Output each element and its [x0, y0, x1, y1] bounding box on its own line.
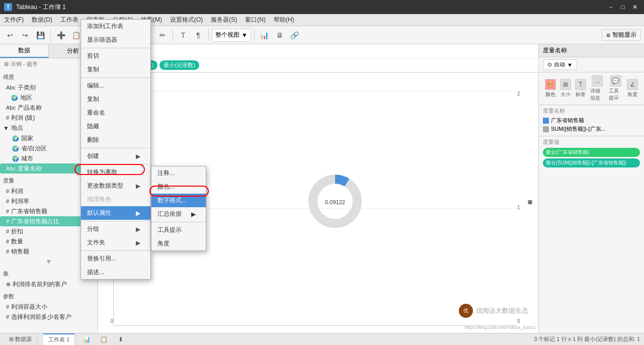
- marks-header: 度量名称: [539, 44, 644, 57]
- columns-shelf: ⊞ 列: [98, 44, 538, 58]
- cm-geo-role[interactable]: 地理角色: [81, 193, 150, 206]
- default-props-submenu: 注释... 颜色... 数字格式... 汇总依据 ▶ 工具提示 角度: [151, 166, 206, 251]
- cm-show-filter[interactable]: 显示筛选器: [81, 33, 150, 47]
- color-icon: 🎨: [545, 79, 556, 90]
- hash7-icon: #: [6, 238, 9, 244]
- cm-delete[interactable]: 删除: [81, 133, 150, 147]
- toolbar-chart[interactable]: 📊: [258, 28, 272, 42]
- folder-arrow: ▶: [136, 239, 140, 246]
- toolbar-format[interactable]: ¶: [191, 28, 205, 42]
- worksheet-tab[interactable]: 工作表 1: [43, 333, 75, 345]
- hash10-icon: #: [6, 314, 9, 320]
- marks-type-btn[interactable]: ⊙ 自动 ▼: [543, 59, 577, 70]
- new-sheet-btn[interactable]: 📊: [81, 334, 92, 345]
- expand-icon: ▼: [3, 125, 9, 132]
- set-profit-customers[interactable]: ⊗利润排名前列的客户: [0, 279, 98, 289]
- data-source-name: 示例 - 超市: [11, 60, 38, 68]
- cm-create[interactable]: 创建 ▶: [81, 149, 150, 163]
- sm-comment[interactable]: 注释...: [151, 166, 206, 180]
- marks-label-btn[interactable]: T 标签: [573, 78, 588, 99]
- hash4-icon: #: [6, 208, 9, 214]
- marks-type-arrow: ▼: [567, 62, 573, 68]
- marks-angle-btn[interactable]: ∠ 角度: [625, 78, 640, 99]
- marks-detail-pill-1[interactable]: 聚合(广东省销售额): [543, 148, 640, 157]
- datasource-tab[interactable]: ⊞ 数据源: [4, 333, 37, 345]
- cm-to-discrete[interactable]: 转换为离散: [81, 165, 150, 179]
- cm-change-type[interactable]: 更改数据类型 ▶: [81, 179, 150, 193]
- cm-rename[interactable]: 重命名: [81, 106, 150, 120]
- cm-folder[interactable]: 文件夹 ▶: [81, 236, 150, 249]
- marks-detail-btn[interactable]: ... 详细信息: [588, 74, 607, 103]
- toolbar-sep4: [173, 29, 173, 41]
- sm-aggregate[interactable]: 汇总依据 ▶: [151, 207, 206, 221]
- toolbar-undo[interactable]: ↩: [3, 28, 17, 42]
- sm-color[interactable]: 颜色...: [151, 180, 206, 194]
- status-stats: 3 个标记 1 行 x 1 列 最小(记录数) 的总和: 1: [534, 335, 640, 343]
- toolbar-monitor[interactable]: 🖥: [273, 28, 287, 42]
- menu-help[interactable]: 帮助(H): [270, 14, 298, 26]
- menu-worksheet[interactable]: 工作表: [56, 14, 83, 26]
- new-story-btn[interactable]: ⬇: [115, 334, 126, 345]
- menu-server[interactable]: 服务器(S): [207, 14, 241, 26]
- param-top-customers[interactable]: #选择利润前多少名客户: [0, 312, 98, 322]
- marks-detail-section: 度量值 聚合(广东省销售额) 聚合(SUM([销售额])-[广东省销售额]): [539, 136, 644, 171]
- hash5-icon: #: [6, 218, 9, 224]
- marks-size-btn[interactable]: ⊞ 大小: [558, 78, 573, 99]
- sm-tooltip[interactable]: 工具提示: [151, 223, 206, 237]
- toolbar-label[interactable]: T: [176, 28, 190, 42]
- cm-add-to-sheet[interactable]: 添加到工作表: [81, 20, 150, 33]
- sm-angle[interactable]: 角度: [151, 237, 206, 250]
- cm-copy[interactable]: 复制: [81, 63, 150, 76]
- cm-default-props[interactable]: 默认属性 ▶: [81, 206, 150, 220]
- toolbar-save[interactable]: 💾: [33, 28, 47, 42]
- legend-color-1: [543, 118, 549, 124]
- toolbar-new-data[interactable]: ➕: [54, 28, 68, 42]
- menu-file[interactable]: 文件(F): [0, 14, 28, 26]
- y-axis-right-label: 最小记录数: [526, 91, 533, 326]
- aggregate-arrow: ▶: [191, 211, 196, 218]
- cm-hide[interactable]: 隐藏: [81, 120, 150, 133]
- param-profit-size[interactable]: #利润容器大小: [0, 302, 98, 312]
- grid-line-top: [114, 91, 516, 92]
- cm-group[interactable]: 分组 ▶: [81, 222, 150, 236]
- label-icon: T: [575, 79, 586, 90]
- legend-text-2: SUM([销售额])-[广东...: [551, 125, 606, 133]
- smart-display-button[interactable]: ≡ 智能显示: [602, 29, 641, 41]
- smart-display-label: 智能显示: [612, 31, 636, 39]
- window-controls[interactable]: － □ ✕: [606, 2, 640, 12]
- legend-item-2: SUM([销售额])-[广东...: [543, 125, 640, 133]
- marks-detail-pill-2[interactable]: 聚合(SUM([销售额])-[广东省销售额]): [543, 158, 640, 167]
- menu-data[interactable]: 数据(D): [28, 14, 56, 26]
- cm-edit[interactable]: 编辑...: [81, 79, 150, 93]
- toolbar-share[interactable]: 🔗: [288, 28, 302, 42]
- params-header: 参数: [0, 291, 98, 302]
- marks-color-btn[interactable]: 🎨 颜色: [543, 78, 558, 99]
- toolbar-highlight[interactable]: ✏: [155, 28, 170, 42]
- sm-number-format[interactable]: 数字格式...: [151, 194, 206, 207]
- cm-duplicate[interactable]: 复制: [81, 93, 150, 106]
- marks-detail-title: 度量值: [543, 138, 640, 146]
- globe2-icon: 🌍: [12, 145, 19, 152]
- cm-describe[interactable]: 描述...: [81, 266, 150, 279]
- defaultprops-arrow: ▶: [136, 210, 140, 217]
- minimize-button[interactable]: －: [606, 2, 616, 12]
- rows-pill-2[interactable]: 最小(记录数): [159, 60, 199, 70]
- new-dashboard-btn[interactable]: 📋: [98, 334, 109, 345]
- menu-window[interactable]: 窗口(N): [241, 14, 270, 26]
- watermark: 优 优阅达大数据生态: [459, 304, 528, 318]
- sidebar-tab-data[interactable]: 数据: [0, 44, 49, 58]
- marks-tooltip-btn[interactable]: 💬 工具提示: [607, 74, 625, 103]
- status-bar: ⊞ 数据源 工作表 1 📊 📋 ⬇ 3 个标记 1 行 x 1 列 最小(记录数…: [0, 333, 644, 345]
- toolbar-redo[interactable]: ↪: [18, 28, 32, 42]
- menu-format[interactable]: 设置格式(O): [166, 14, 207, 26]
- rows-shelf: ☰ 行 最小(记录数) 最小(记录数): [98, 58, 538, 72]
- cm-replace-ref[interactable]: 替换引用...: [81, 252, 150, 266]
- close-button[interactable]: ✕: [630, 2, 640, 12]
- maximize-button[interactable]: □: [618, 2, 628, 12]
- view-dropdown[interactable]: 整个视图 ▼: [212, 29, 251, 42]
- toolbar-sep1: [50, 29, 51, 41]
- view-dropdown-label: 整个视图: [215, 31, 239, 39]
- hash3-icon: #: [6, 198, 9, 204]
- hash2-icon: #: [6, 188, 9, 194]
- cm-cut[interactable]: 剪切: [81, 49, 150, 63]
